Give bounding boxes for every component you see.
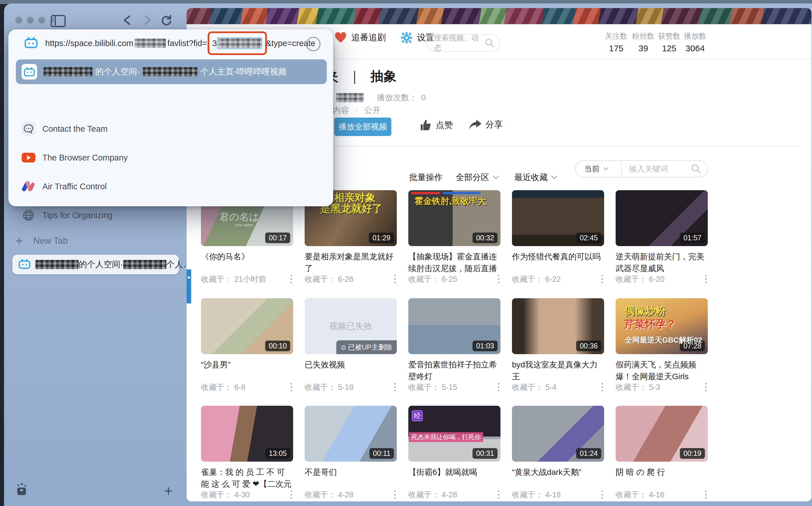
video-card[interactable]: 01:03 爱音拍素世拍祥子拍立希壁咚灯 收藏于： 5-15 <box>408 298 500 383</box>
info-icon[interactable]: i <box>306 37 320 51</box>
video-card[interactable]: 01:57 逆天萌新提前关门，完美武器尽显威风 收藏于： 6-20 <box>616 190 708 275</box>
more-options-icon[interactable] <box>704 274 708 284</box>
video-title[interactable]: 《你的马名》 <box>201 251 293 275</box>
search-icon[interactable] <box>691 164 701 174</box>
video-card[interactable]: 00:31 经死杰米我让你喝，打死你 【街霸6】就喝就喝 收藏于： 4-28 <box>408 406 500 491</box>
video-title[interactable]: 要是相亲对象是黑龙就好了 <box>305 251 397 275</box>
play-all-button[interactable]: 播放全部视频 <box>334 117 391 136</box>
more-options-icon[interactable] <box>289 382 293 393</box>
close-window-button[interactable] <box>15 17 22 24</box>
bilibili-tv-icon <box>19 259 30 270</box>
more-options-icon[interactable] <box>704 489 708 500</box>
video-thumbnail[interactable]: 00:10 <box>201 298 293 354</box>
space-search-input[interactable]: 搜索视频、动态 <box>426 34 500 52</box>
video-card[interactable]: 00:10 “沙县男” 收藏于： 6-8 <box>201 298 293 383</box>
more-options-icon[interactable] <box>600 274 604 284</box>
library-icon[interactable] <box>15 483 28 497</box>
menu-item-contact-team[interactable]: Contact the Team <box>16 116 327 141</box>
sidebar-toggle-icon[interactable] <box>51 15 66 27</box>
video-card[interactable]: 视频已失效已被UP主删除 已失效视频 收藏于： 5-18 <box>305 298 397 383</box>
video-title[interactable]: 不是哥们 <box>305 466 397 491</box>
video-title[interactable]: byd我这室友是真像大力王 <box>512 359 604 383</box>
video-thumbnail[interactable]: 00:11 <box>305 406 397 461</box>
bangumi-nav-item[interactable]: 追番追剧 <box>334 32 386 44</box>
video-title[interactable]: 【抽象现场】霍金直播连续肘击汉尼拔，随后直播间被封 <box>408 251 500 275</box>
scope-dropdown[interactable]: 当前 <box>584 164 615 174</box>
video-thumbnail[interactable]: 01:24 <box>512 406 604 461</box>
maximize-window-button[interactable] <box>38 17 45 24</box>
menu-item-browser-company[interactable]: The Browser Company <box>16 145 327 170</box>
suggestion-selected[interactable]: 的个人空间- 个人主页-哔哩哔哩视频 <box>16 59 327 84</box>
favorited-date: 收藏于： 6-20 <box>616 274 665 284</box>
menu-item-tips-organizing[interactable]: Tips for Organizing <box>16 203 327 228</box>
batch-actions-button[interactable]: 批量操作 <box>409 172 442 183</box>
video-card[interactable]: 00:32 霍金铁肘,致敬牢大 【抽象现场】霍金直播连续肘击汉尼拔，随后直播间被… <box>408 190 500 275</box>
favorited-date: 收藏于： 5-4 <box>512 382 556 393</box>
thumbnail-overlay-text: 霍金铁肘,致敬牢大 <box>415 195 486 207</box>
share-button[interactable]: 分享 <box>469 119 503 131</box>
more-options-icon[interactable] <box>600 489 604 500</box>
video-title[interactable]: 雀巢：我 的 员 工 不 可 能 这 么 可 爱 ❤【二次元爆改 <box>201 466 293 491</box>
video-thumbnail[interactable]: 00:36 <box>512 298 604 354</box>
video-thumbnail[interactable]: 00:32 霍金铁肘,致敬牢大 <box>408 190 500 246</box>
like-button[interactable]: 点赞 <box>419 119 453 132</box>
video-title[interactable]: 【街霸6】就喝就喝 <box>408 466 500 491</box>
video-title[interactable]: “沙县男” <box>201 359 293 383</box>
more-options-icon[interactable] <box>600 382 604 393</box>
video-title[interactable]: 已失效视频 <box>305 359 397 383</box>
video-card[interactable]: 00:19 阴 暗 の 爬 行 收藏于： 4-16 <box>616 406 708 491</box>
sort-dropdown[interactable]: 最近收藏 <box>514 172 557 183</box>
add-space-icon[interactable]: + <box>164 485 173 497</box>
video-thumbnail[interactable]: 02:45 <box>512 190 604 246</box>
globe-icon <box>22 208 35 222</box>
video-title[interactable]: 作为怪猎代餐真的可以吗 <box>512 251 604 275</box>
video-title[interactable]: 逆天萌新提前关门，完美武器尽显威风 <box>616 251 708 275</box>
video-thumbnail[interactable]: 00:31 经死杰米我让你喝，打死你 <box>408 406 500 461</box>
duration-badge: 01:57 <box>680 233 705 243</box>
video-thumbnail[interactable]: 01:57 <box>616 190 708 246</box>
keyword-input[interactable]: 输入关键词 <box>629 164 691 174</box>
video-card[interactable]: 13:05 雀巢：我 的 员 工 不 可 能 这 么 可 爱 ❤【二次元爆改 收… <box>201 406 293 491</box>
video-card[interactable]: 00:36 byd我这室友是真像大力王 收藏于： 5-4 <box>512 298 604 383</box>
more-options-icon[interactable] <box>289 274 293 284</box>
video-thumbnail[interactable]: 13:05 <box>201 406 293 461</box>
video-thumbnail[interactable]: 00:19 <box>616 406 708 461</box>
video-thumbnail[interactable]: 01:03 <box>408 298 500 354</box>
video-card[interactable]: 01:24 “黄泉大战dark天鹅” 收藏于： 4-18 <box>512 406 604 491</box>
more-options-icon[interactable] <box>289 489 293 500</box>
active-tab[interactable]: 的个人空间· 个人… <box>12 255 179 274</box>
suggestion-text: 的个人空间- 个人主页-哔哩哔哩视频 <box>43 66 287 78</box>
url-bar[interactable]: https://space.bilibili.comfavlist?fid=3&… <box>8 29 333 57</box>
duration-badge: 00:17 <box>265 233 290 243</box>
thumbnail-overlay-text <box>443 192 480 194</box>
video-title[interactable]: 阴 暗 の 爬 行 <box>616 466 708 491</box>
new-tab-button[interactable]: + New Tab <box>15 234 177 248</box>
minimize-window-button[interactable] <box>27 17 34 24</box>
collection-title: 夹 ｜ 抽象 <box>325 67 397 85</box>
video-thumbnail[interactable]: 07:28 偶像炒粉芹菜怀孕？全网最逆天GBC解析02 <box>616 298 708 354</box>
video-thumbnail[interactable]: 视频已失效已被UP主删除 <box>305 298 397 354</box>
more-options-icon[interactable] <box>497 489 500 500</box>
speech-bubble-icon <box>22 122 35 136</box>
video-card[interactable]: 00:11 不是哥们 收藏于： 4-28 <box>305 406 397 491</box>
category-dropdown[interactable]: 全部分区 <box>456 172 499 183</box>
video-title[interactable]: 假药满天飞，笑点频频爆！全网最逆天Girls Band Cry解析 <box>616 359 708 383</box>
more-options-icon[interactable] <box>393 382 397 393</box>
video-card[interactable]: 07:28 偶像炒粉芹菜怀孕？全网最逆天GBC解析02 假药满天飞，笑点频频爆！… <box>616 298 708 383</box>
more-options-icon[interactable] <box>393 489 397 500</box>
more-options-icon[interactable] <box>393 274 397 284</box>
favorited-date: 收藏于： 6-26 <box>305 274 353 284</box>
menu-item-air-traffic-control[interactable]: Air Traffic Control <box>16 174 327 199</box>
stat-plays[interactable]: 播放数3064 <box>678 31 712 53</box>
more-options-icon[interactable] <box>704 382 708 393</box>
address-bar-overlay: https://space.bilibili.comfavlist?fid=3&… <box>8 29 333 206</box>
reload-icon[interactable] <box>160 14 173 26</box>
video-title[interactable]: 爱音拍素世拍祥子拍立希壁咚灯 <box>408 359 500 383</box>
thumbnail-overlay-text <box>411 192 440 194</box>
forward-icon[interactable] <box>141 14 154 26</box>
video-card[interactable]: 02:45 作为怪猎代餐真的可以吗 收藏于： 6-22 <box>512 190 604 275</box>
more-options-icon[interactable] <box>497 382 500 393</box>
back-icon[interactable] <box>121 14 134 26</box>
more-options-icon[interactable] <box>497 274 500 284</box>
video-title[interactable]: “黄泉大战dark天鹅” <box>512 466 604 491</box>
